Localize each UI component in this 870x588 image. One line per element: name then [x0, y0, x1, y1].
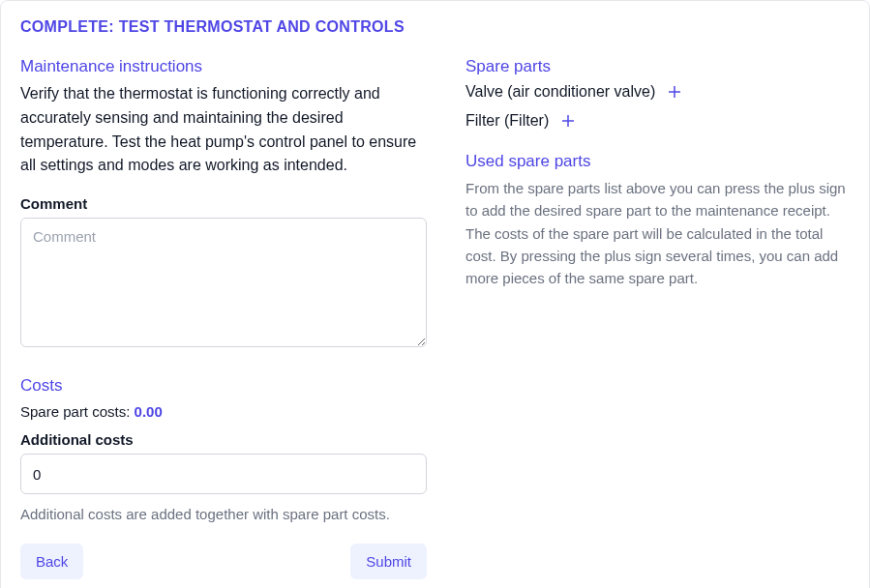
- plus-icon: [666, 83, 683, 101]
- spare-part-label: Filter (Filter): [465, 112, 549, 130]
- spare-parts-heading: Spare parts: [465, 57, 850, 76]
- button-row: Back Submit: [20, 544, 427, 579]
- comment-label: Comment: [20, 195, 427, 212]
- maintenance-complete-card: COMPLETE: TEST THERMOSTAT AND CONTROLS M…: [0, 0, 870, 588]
- costs-heading: Costs: [20, 376, 427, 396]
- spare-part-costs-label: Spare part costs:: [20, 403, 135, 420]
- instructions-text: Verify that the thermostat is functionin…: [20, 82, 427, 178]
- spare-part-item: Filter (Filter): [465, 111, 850, 131]
- page-title: COMPLETE: TEST THERMOSTAT AND CONTROLS: [20, 18, 850, 36]
- spare-part-costs-line: Spare part costs: 0.00: [20, 403, 427, 420]
- spare-part-costs-value: 0.00: [135, 403, 163, 420]
- used-spare-parts-description: From the spare parts list above you can …: [465, 177, 850, 289]
- add-spare-part-button[interactable]: [558, 111, 578, 131]
- submit-button[interactable]: Submit: [350, 544, 427, 579]
- spare-part-item: Valve (air conditioner valve): [465, 82, 850, 102]
- add-spare-part-button[interactable]: [665, 82, 684, 102]
- additional-costs-help: Additional costs are added together with…: [20, 506, 427, 522]
- additional-costs-label: Additional costs: [20, 431, 427, 448]
- plus-icon: [559, 112, 577, 130]
- spare-part-label: Valve (air conditioner valve): [465, 83, 655, 101]
- left-column: Maintenance instructions Verify that the…: [20, 57, 427, 579]
- used-spare-parts-heading: Used spare parts: [465, 152, 850, 171]
- costs-block: Costs Spare part costs: 0.00 Additional …: [20, 376, 427, 522]
- back-button[interactable]: Back: [20, 544, 83, 579]
- columns: Maintenance instructions Verify that the…: [20, 57, 850, 579]
- right-column: Spare parts Valve (air conditioner valve…: [465, 57, 850, 579]
- additional-costs-input[interactable]: [20, 454, 427, 494]
- comment-input[interactable]: [20, 218, 427, 347]
- instructions-heading: Maintenance instructions: [20, 57, 427, 76]
